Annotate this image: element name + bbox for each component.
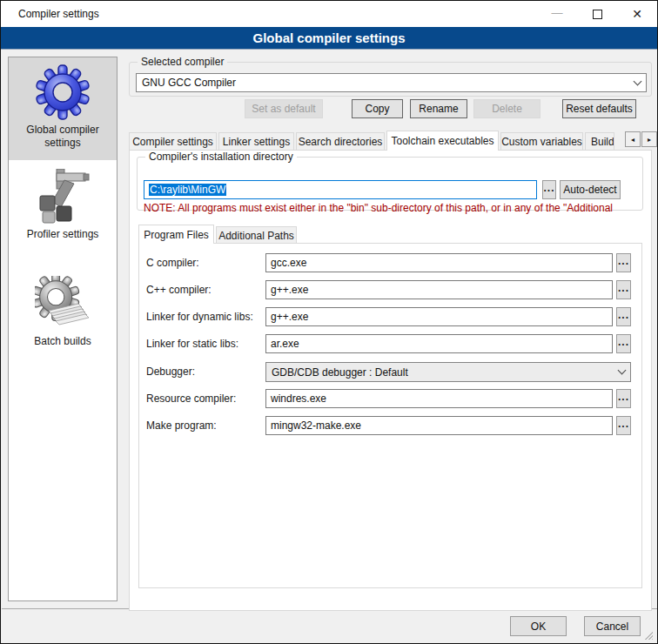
- linker-static-input[interactable]: ar.exe: [265, 334, 613, 353]
- resize-grip[interactable]: [644, 631, 653, 640]
- window-title: Compiler settings: [1, 8, 99, 20]
- delete-button[interactable]: Delete: [473, 99, 540, 118]
- subtab-program-files[interactable]: Program Files: [138, 225, 214, 244]
- sidebar-item-label: Profiler settings: [24, 225, 103, 246]
- field-value: mingw32-make.exe: [271, 419, 361, 432]
- make-program-input[interactable]: mingw32-make.exe: [265, 416, 613, 435]
- c-compiler-label: C compiler:: [146, 253, 199, 272]
- ellipsis-icon: ...: [618, 255, 629, 272]
- button-label: Auto-detect: [563, 184, 616, 196]
- button-label: Copy: [365, 103, 389, 115]
- cancel-button[interactable]: Cancel: [584, 616, 641, 636]
- arrow-left-icon: ◂: [631, 136, 634, 144]
- tab-label: Program Files: [144, 229, 209, 241]
- selected-compiler-group: Selected compiler GNU GCC Compiler: [129, 62, 652, 97]
- blue-gear-icon: [35, 64, 91, 120]
- close-icon: ✕: [632, 7, 642, 21]
- c-compiler-browse-button[interactable]: ...: [616, 253, 631, 272]
- install-directory-browse-button[interactable]: ...: [542, 180, 556, 199]
- linker-dynamic-browse-button[interactable]: ...: [616, 307, 631, 326]
- minimize-button[interactable]: —: [537, 1, 577, 27]
- cpp-compiler-input[interactable]: g++.exe: [265, 280, 613, 299]
- toolchain-executables-page: Compiler's installation directory C:\ray…: [129, 150, 652, 611]
- button-label: Rename: [419, 103, 458, 115]
- field-value: ar.exe: [271, 338, 299, 350]
- set-as-default-button[interactable]: Set as default: [245, 99, 323, 118]
- minimize-icon: —: [552, 6, 563, 19]
- field-value: GDB/CDB debugger : Default: [272, 366, 408, 379]
- maximize-button[interactable]: [577, 1, 617, 27]
- compiler-settings-dialog: Compiler settings — ✕ Global compiler se…: [0, 0, 658, 644]
- rename-button[interactable]: Rename: [410, 99, 467, 118]
- sidebar-item-batch-builds[interactable]: Batch builds: [9, 276, 117, 353]
- chevron-down-icon: [618, 366, 627, 375]
- resource-compiler-browse-button[interactable]: ...: [616, 389, 631, 408]
- titlebar: Compiler settings — ✕: [1, 1, 657, 27]
- sidebar-item-label: Batch builds: [30, 332, 94, 353]
- ellipsis-icon: ...: [618, 309, 629, 325]
- linker-dynamic-input[interactable]: g++.exe: [265, 307, 613, 326]
- tab-label: Linker settings: [223, 136, 290, 148]
- button-label: Cancel: [596, 621, 628, 633]
- selected-compiler-dropdown[interactable]: GNU GCC Compiler: [136, 73, 647, 92]
- button-label: Set as default: [252, 103, 315, 115]
- install-directory-input[interactable]: C:\raylib\MinGW: [144, 180, 537, 199]
- cpp-compiler-browse-button[interactable]: ...: [616, 280, 631, 299]
- resource-compiler-label: Resource compiler:: [146, 389, 236, 408]
- page-title: Global compiler settings: [252, 30, 405, 45]
- tab-linker-settings[interactable]: Linker settings: [218, 132, 294, 151]
- make-program-label: Make program:: [146, 416, 217, 435]
- auto-detect-button[interactable]: Auto-detect: [560, 180, 621, 199]
- ok-button[interactable]: OK: [510, 616, 567, 636]
- tab-scroll-right-button[interactable]: ▸: [641, 131, 657, 147]
- linker-static-browse-button[interactable]: ...: [616, 334, 631, 353]
- ellipsis-icon: ...: [618, 282, 629, 299]
- field-value: windres.exe: [271, 392, 326, 405]
- toolchain-subtabs: Program Files Additional Paths: [138, 225, 299, 244]
- gray-gear-papers-icon: [35, 276, 91, 332]
- arrow-right-icon: ▸: [648, 136, 651, 144]
- sidebar-item-profiler-settings[interactable]: Profiler settings: [9, 169, 117, 246]
- selected-compiler-value: GNU GCC Compiler: [142, 77, 236, 89]
- sidebar-item-label: Global compiler settings: [9, 120, 117, 155]
- tab-label: Custom variables: [501, 136, 582, 148]
- tab-build-options-clipped[interactable]: Build: [585, 132, 614, 151]
- c-compiler-input[interactable]: gcc.exe: [265, 253, 613, 272]
- button-label: OK: [531, 621, 546, 633]
- field-value: gcc.exe: [271, 257, 306, 269]
- ellipsis-icon: ...: [618, 391, 629, 407]
- selected-compiler-group-label: Selected compiler: [138, 56, 227, 68]
- caliper-icon: [35, 169, 91, 225]
- reset-defaults-button[interactable]: Reset defaults: [562, 99, 636, 118]
- tab-toolchain-executables[interactable]: Toolchain executables: [386, 131, 499, 151]
- copy-button[interactable]: Copy: [352, 99, 403, 118]
- close-button[interactable]: ✕: [617, 1, 657, 27]
- tab-label: Search directories: [299, 136, 383, 148]
- subtab-additional-paths[interactable]: Additional Paths: [216, 226, 297, 244]
- tab-search-directories[interactable]: Search directories: [296, 132, 385, 151]
- chevron-down-icon: [634, 77, 642, 85]
- page-header: Global compiler settings: [1, 27, 657, 50]
- button-label: Delete: [492, 103, 522, 115]
- resource-compiler-input[interactable]: windres.exe: [265, 389, 613, 408]
- window-controls: — ✕: [537, 1, 657, 27]
- tab-scroll-left-button[interactable]: ◂: [625, 131, 641, 147]
- maximize-icon: [593, 10, 602, 19]
- button-label: Reset defaults: [566, 103, 633, 115]
- settings-sidebar: Global compiler settings Profiler settin…: [8, 57, 118, 601]
- program-files-page: C compiler: gcc.exe ... C++ compiler: g+…: [138, 243, 642, 588]
- tab-compiler-settings[interactable]: Compiler settings: [129, 132, 217, 151]
- cpp-compiler-label: C++ compiler:: [146, 280, 212, 299]
- make-program-browse-button[interactable]: ...: [616, 416, 631, 435]
- ellipsis-icon: ...: [543, 182, 554, 198]
- tab-label: Build: [591, 136, 614, 148]
- tab-label: Additional Paths: [218, 230, 294, 242]
- tab-label: Toolchain executables: [391, 135, 494, 147]
- tab-label: Compiler settings: [132, 136, 213, 148]
- debugger-dropdown[interactable]: GDB/CDB debugger : Default: [265, 362, 631, 382]
- sidebar-item-global-compiler-settings[interactable]: Global compiler settings: [9, 57, 117, 160]
- tab-custom-variables[interactable]: Custom variables: [500, 132, 583, 151]
- main-tabs: Compiler settings Linker settings Search…: [129, 131, 616, 151]
- tab-scroll-arrows: ◂ ▸: [624, 131, 657, 147]
- ellipsis-icon: ...: [618, 336, 629, 352]
